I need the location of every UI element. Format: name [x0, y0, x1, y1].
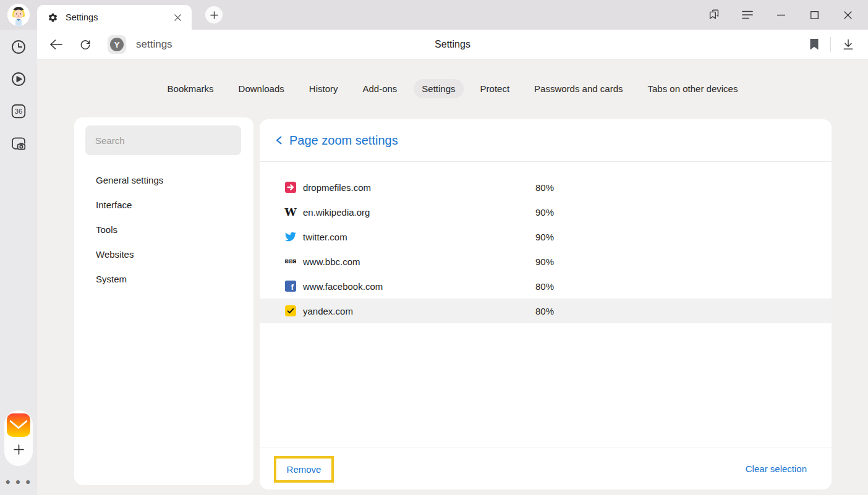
nav-tab[interactable]: History [301, 79, 346, 98]
new-tab-button[interactable] [205, 6, 223, 23]
svg-text:C: C [293, 260, 296, 263]
site-zoom-value: 90% [535, 256, 554, 267]
profile-avatar[interactable] [7, 4, 30, 26]
toolbar-divider [830, 37, 831, 52]
history-clock-icon[interactable] [10, 38, 27, 56]
search-input[interactable] [85, 125, 241, 155]
sidebar-item[interactable]: Websites [74, 242, 253, 267]
tab-title: Settings [66, 12, 171, 22]
site-name: dropmefiles.com [303, 182, 371, 193]
collections-icon[interactable] [697, 0, 731, 30]
screenshot-camera-icon[interactable] [10, 135, 27, 152]
dropmefiles-favicon [285, 182, 296, 193]
site-name: www.facebook.com [303, 281, 383, 292]
sidebar-items: General settingsInterfaceToolsWebsitesSy… [74, 168, 253, 292]
sidebar-item[interactable]: General settings [74, 168, 253, 193]
browser-tab-settings[interactable]: Settings [37, 5, 192, 30]
sidebar-item[interactable]: Interface [74, 193, 253, 218]
pinned-apps-pill [4, 410, 33, 466]
site-zoom-value: 90% [535, 232, 554, 242]
checkbox-unchecked-favicon-facebook: f [285, 281, 296, 292]
tab-close-icon[interactable] [171, 11, 184, 24]
nav-tab[interactable]: Passwords and cards [526, 79, 631, 98]
site-name: yandex.com [303, 306, 353, 316]
site-name: www.bbc.com [303, 256, 360, 267]
add-shortcut-plus-icon[interactable] [9, 440, 28, 459]
chevron-left-icon[interactable] [274, 135, 284, 146]
site-row[interactable]: dropmefiles.com 80% [260, 175, 832, 200]
nav-tab[interactable]: Settings [414, 79, 463, 98]
browser-window: Settings [0, 0, 868, 495]
page-zoom-header[interactable]: Page zoom settings [260, 119, 832, 162]
site-row[interactable]: f www.facebook.com 80% [260, 274, 832, 298]
tab-counter-icon[interactable]: 36 [10, 103, 27, 120]
download-icon[interactable] [842, 38, 854, 51]
site-zoom-value: 90% [535, 207, 554, 218]
nav-tab[interactable]: Add-ons [354, 79, 405, 98]
gear-icon [48, 12, 58, 23]
panel-footer: Remove Clear selection [260, 447, 832, 489]
url-text[interactable]: settings [136, 38, 172, 51]
close-icon[interactable] [831, 0, 864, 30]
panel-title: Page zoom settings [289, 133, 398, 148]
remove-button-label: Remove [287, 464, 321, 475]
remove-button[interactable]: Remove [274, 456, 334, 483]
page-title: Settings [435, 39, 470, 50]
maximize-icon[interactable] [798, 0, 831, 30]
svg-text:36: 36 [15, 108, 22, 115]
site-badge-yandex-icon[interactable]: Y [108, 35, 126, 54]
tab-bar: Settings [0, 0, 868, 30]
settings-sidebar: General settingsInterfaceToolsWebsitesSy… [74, 117, 253, 485]
clear-selection-link[interactable]: Clear selection [746, 463, 807, 474]
wikipedia-favicon: W [285, 206, 296, 218]
site-list: dropmefiles.com 80% W en.wikipedia.org 9… [260, 162, 832, 323]
left-sidebar-rail: 36 ● ● ● [0, 30, 37, 495]
nav-tab[interactable]: Downloads [231, 79, 292, 98]
site-row[interactable]: yandex.com 80% [260, 298, 832, 323]
site-name: en.wikipedia.org [303, 207, 370, 218]
list-spacer [260, 323, 832, 447]
site-row[interactable]: BBC www.bbc.com 90% [260, 249, 832, 274]
address-toolbar: Y settings Settings [37, 30, 868, 60]
settings-page: BookmarksDownloadsHistoryAdd-onsSettings… [37, 60, 868, 495]
site-zoom-value: 80% [535, 306, 554, 316]
nav-tab[interactable]: Bookmarks [160, 79, 222, 98]
settings-nav-tabs: BookmarksDownloadsHistoryAdd-onsSettings… [37, 79, 868, 98]
reload-icon[interactable] [79, 38, 91, 51]
bbc-favicon: BBC [285, 256, 296, 267]
svg-text:B: B [289, 260, 292, 263]
bookmark-icon[interactable] [809, 38, 819, 51]
rail-more-dots-icon[interactable]: ● ● ● [0, 476, 37, 486]
site-zoom-value: 80% [535, 281, 554, 292]
site-zoom-value: 80% [535, 182, 554, 193]
site-name: twitter.com [303, 232, 347, 242]
checkbox-checked-icon [285, 305, 296, 316]
video-play-icon[interactable] [10, 70, 27, 88]
twitter-favicon [285, 231, 296, 242]
nav-tab[interactable]: Protect [472, 79, 518, 98]
yandex-mail-icon[interactable] [7, 413, 30, 437]
svg-text:B: B [286, 260, 288, 263]
menu-icon[interactable] [731, 0, 764, 30]
page-zoom-panel: Page zoom settings dropmefiles.com 80% W… [260, 119, 832, 489]
sidebar-item[interactable]: Tools [74, 218, 253, 242]
nav-tab[interactable]: Tabs on other devices [640, 79, 746, 98]
svg-text:f: f [291, 282, 294, 292]
site-row[interactable]: twitter.com 90% [260, 224, 832, 249]
back-icon[interactable] [49, 39, 63, 50]
site-row[interactable]: W en.wikipedia.org 90% [260, 200, 832, 224]
minimize-icon[interactable] [764, 0, 798, 30]
sidebar-item[interactable]: System [74, 267, 253, 292]
